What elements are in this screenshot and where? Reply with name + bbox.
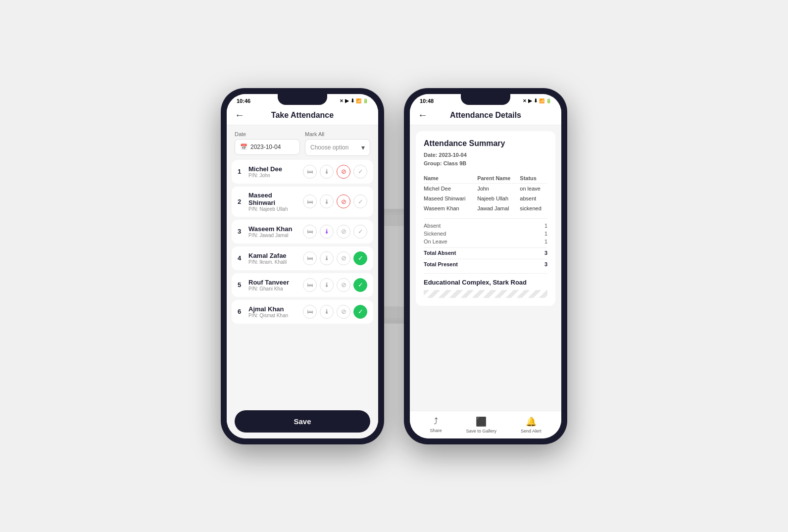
leave-icon-4[interactable]: ⊘: [337, 251, 350, 265]
details-content: Attendance Summary Date: 2023-10-04 Grou…: [410, 125, 561, 318]
bed-icon-4[interactable]: 🛏: [303, 251, 317, 265]
screen-1: 10:46 ✕ ▶ ⬇ 📶 🔋 ← Take Attendance: [227, 94, 378, 438]
attendance-icons-3: 🛏 🌡 ⊘ ✓: [303, 225, 367, 239]
student-name-4: Kamal Zafae: [248, 252, 299, 259]
student-name-6: Ajmal Khan: [248, 305, 299, 313]
thermometer-icon-3[interactable]: 🌡: [320, 225, 334, 239]
chevron-down-icon: ▾: [361, 144, 365, 151]
row1-name: Michel Dee: [424, 183, 477, 193]
bed-icon-3[interactable]: 🛏: [303, 225, 317, 239]
action-bar: ⤴ Share ⬛ Save to Gallery 🔔 Send Alert: [410, 411, 561, 438]
check-icon-5[interactable]: ✓: [353, 278, 367, 292]
check-icon-6[interactable]: ✓: [353, 305, 367, 319]
stat-total-present: Total Present 3: [424, 259, 547, 268]
markall-label: Mark All: [305, 131, 370, 137]
student-card-3: 3 Waseem Khan P/N: Jawad Jamal 🛏 🌡 ⊘ ✓: [232, 220, 373, 243]
screen-2: 10:48 ✕ ▶ ⬇ 📶 🔋 ← Attendance Details: [410, 94, 561, 438]
sickened-value: 1: [544, 231, 547, 237]
onleave-label: On Leave: [424, 239, 447, 244]
check-icon-3[interactable]: ✓: [353, 225, 367, 239]
student-info-3: Waseem Khan P/N: Jawad Jamal: [248, 225, 299, 238]
table-row-3: Waseem Khan Jawad Jamal sickened: [424, 203, 547, 213]
save-button[interactable]: Save: [235, 410, 370, 433]
student-num-5: 5: [238, 281, 245, 289]
status-icons-1: ✕ ▶ ⬇ 📶 🔋: [340, 98, 368, 103]
summary-stats: Absent 1 Sickened 1 On Leave 1: [424, 218, 547, 268]
student-parent-3: P/N: Jawad Jamal: [248, 233, 299, 238]
thermometer-icon-2[interactable]: 🌡: [320, 194, 334, 208]
thermometer-icon-1[interactable]: 🌡: [320, 165, 334, 179]
student-card-4: 4 Kamal Zafae P/N: Ikram. Khalil 🛏 🌡 ⊘ ✓: [232, 246, 373, 270]
screen-content-1: Date 📅 2023-10-04 Mark All Choose option…: [227, 125, 378, 404]
gallery-icon: ⬛: [476, 416, 487, 427]
share-icon: ⤴: [434, 416, 438, 427]
phone-attendance-details: 10:48 ✕ ▶ ⬇ 📶 🔋 ← Attendance Details: [404, 88, 567, 444]
check-icon-4[interactable]: ✓: [353, 251, 367, 265]
bed-icon-5[interactable]: 🛏: [303, 278, 317, 292]
date-input[interactable]: 📅 2023-10-04: [235, 139, 300, 155]
table-row-2: Maseed Shinwari Najeeb Ullah absent: [424, 193, 547, 203]
thermometer-icon-6[interactable]: 🌡: [320, 305, 334, 319]
attendance-icons-6: 🛏 🌡 ⊘ ✓: [303, 305, 367, 319]
student-info-5: Rouf Tanveer P/N: Ghani Kha: [248, 279, 299, 291]
thermometer-icon-4[interactable]: 🌡: [320, 251, 334, 265]
back-button-2[interactable]: ←: [418, 109, 428, 121]
main-scene: 10:46 ✕ ▶ ⬇ 📶 🔋 ← Take Attendance: [0, 0, 788, 532]
student-info-4: Kamal Zafae P/N: Ikram. Khalil: [248, 252, 299, 265]
leave-icon-3[interactable]: ⊘: [337, 225, 350, 239]
leave-icon-6[interactable]: ⊘: [337, 305, 350, 319]
student-list: 1 Michel Dee P/N: John 🛏 🌡 ⊘ ✓: [227, 160, 378, 324]
leave-icon-1[interactable]: ⊘: [337, 165, 350, 179]
absent-label: Absent: [424, 223, 441, 229]
zigzag-decoration: [424, 290, 547, 298]
group-value: Class 9B: [443, 160, 466, 166]
bed-icon-6[interactable]: 🛏: [303, 305, 317, 319]
student-card-2: 2 Maseed Shinwari P/N: Najeeb Ullah 🛏 🌡 …: [232, 187, 373, 217]
markall-dropdown[interactable]: Choose option ▾: [305, 139, 370, 156]
col-header-parent: Parent Name: [477, 173, 520, 184]
student-parent-4: P/N: Ikram. Khalil: [248, 259, 299, 265]
thermometer-icon-5[interactable]: 🌡: [320, 278, 334, 292]
table-row-1: Michel Dee John on leave: [424, 183, 547, 193]
send-alert-action[interactable]: 🔔 Send Alert: [521, 416, 542, 434]
notch-1: [278, 94, 327, 105]
student-parent-1: P/N: John: [248, 173, 299, 178]
col-header-status: Status: [520, 173, 547, 184]
row1-parent: John: [477, 183, 520, 193]
absent-icon-2[interactable]: ⊘: [337, 194, 350, 208]
header-1: ← Take Attendance: [227, 106, 378, 125]
leave-icon-5[interactable]: ⊘: [337, 278, 350, 292]
gallery-label: Save to Gallery: [466, 429, 496, 434]
save-gallery-action[interactable]: ⬛ Save to Gallery: [466, 416, 496, 434]
summary-table: Name Parent Name Status Michel Dee John …: [424, 173, 547, 213]
share-label: Share: [430, 428, 442, 433]
stat-absent: Absent 1: [424, 222, 547, 230]
date-label-2: Date:: [424, 152, 438, 158]
back-button-1[interactable]: ←: [235, 109, 245, 121]
attendance-icons-5: 🛏 🌡 ⊘ ✓: [303, 278, 367, 292]
stat-onleave: On Leave 1: [424, 238, 547, 245]
student-num-6: 6: [238, 308, 245, 315]
attendance-icons-4: 🛏 🌡 ⊘ ✓: [303, 251, 367, 265]
student-parent-6: P/N: Qismat Khan: [248, 313, 299, 318]
share-action[interactable]: ⤴ Share: [430, 416, 442, 434]
absent-value: 1: [544, 223, 547, 229]
bed-icon-2[interactable]: 🛏: [303, 194, 317, 208]
header-2: ← Attendance Details: [410, 106, 561, 125]
choose-option-text: Choose option: [310, 144, 348, 151]
alert-label: Send Alert: [521, 429, 542, 434]
date-markall-row: Date 📅 2023-10-04 Mark All Choose option…: [227, 125, 378, 160]
check-icon-2[interactable]: ✓: [353, 194, 367, 208]
row2-status: absent: [520, 193, 547, 203]
row3-parent: Jawad Jamal: [477, 203, 520, 213]
row2-name: Maseed Shinwari: [424, 193, 477, 203]
time-2: 10:48: [420, 98, 434, 104]
date-value-2: 2023-10-04: [439, 152, 467, 158]
student-info-1: Michel Dee P/N: John: [248, 165, 299, 178]
total-absent-label: Total Absent: [424, 250, 456, 256]
bed-icon-1[interactable]: 🛏: [303, 165, 317, 179]
notch-2: [461, 94, 510, 105]
check-icon-1[interactable]: ✓: [353, 165, 367, 179]
stat-total-absent: Total Absent 3: [424, 247, 547, 257]
markall-col: Mark All Choose option ▾: [305, 131, 370, 156]
